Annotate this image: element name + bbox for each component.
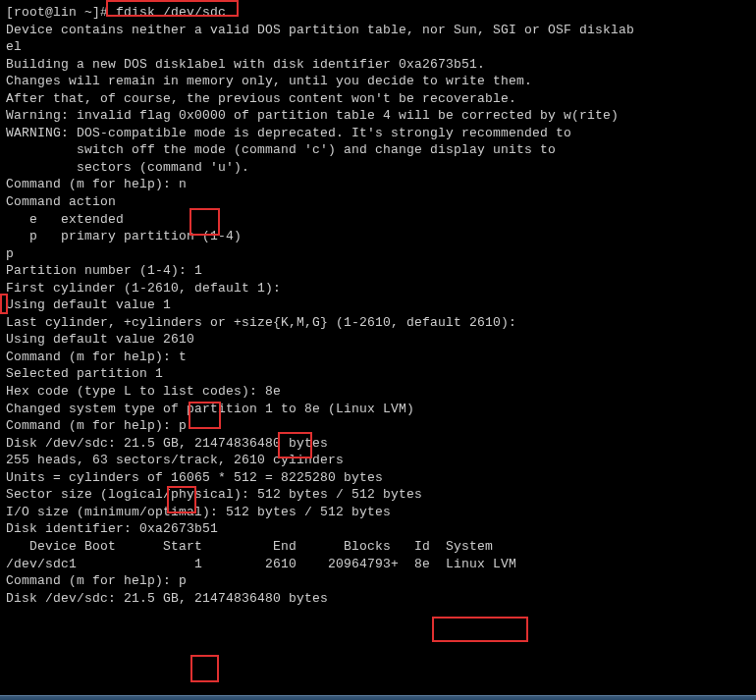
output-line: Using default value 1 bbox=[6, 296, 750, 314]
shell-prompt: [root@lin ~]# bbox=[6, 5, 116, 20]
cmd-prompt-line: Command (m for help): p bbox=[6, 417, 750, 435]
fdisk-prompt: Command (m for help): bbox=[6, 418, 179, 433]
table-row: /dev/sdc1 1 2610 20964793+ 8e Linux LVM bbox=[6, 556, 750, 573]
output-line: Last cylinder, +cylinders or +size{K,M,G… bbox=[6, 314, 750, 332]
output-line: Disk identifier: 0xa2673b51 bbox=[6, 520, 750, 538]
output-line: switch off the mode (command 'c') and ch… bbox=[6, 141, 750, 159]
user-input-p: p bbox=[6, 245, 750, 263]
output-line: I/O size (minimum/optimal): 512 bytes / … bbox=[6, 504, 750, 521]
output-line: Units = cylinders of 16065 * 512 = 82252… bbox=[6, 469, 750, 487]
hex-prompt-line: Hex code (type L to list codes): 8e bbox=[6, 383, 750, 401]
output-line: 255 heads, 63 sectors/track, 2610 cylind… bbox=[6, 452, 750, 469]
terminal-output[interactable]: [root@lin ~]# fdisk /dev/sdc Device cont… bbox=[6, 4, 750, 607]
output-line: After that, of course, the previous cont… bbox=[6, 90, 750, 108]
output-line: Building a new DOS disklabel with disk i… bbox=[6, 56, 750, 74]
output-line: Changed system type of partition 1 to 8e… bbox=[6, 401, 750, 418]
output-line: WARNING: DOS-compatible mode is deprecat… bbox=[6, 125, 750, 142]
output-line: sectors (command 'u'). bbox=[6, 159, 750, 177]
command-input: fdisk /dev/sdc bbox=[116, 5, 226, 20]
output-line: Partition number (1-4): 1 bbox=[6, 262, 750, 280]
output-line: First cylinder (1-2610, default 1): bbox=[6, 280, 750, 297]
output-line: Warning: invalid flag 0x0000 of partitio… bbox=[6, 107, 750, 125]
user-input-p: p bbox=[179, 418, 187, 433]
fdisk-prompt: Command (m for help): bbox=[6, 573, 179, 588]
output-line: Disk /dev/sdc: 21.5 GB, 21474836480 byte… bbox=[6, 435, 750, 453]
prompt-line: [root@lin ~]# fdisk /dev/sdc bbox=[6, 4, 750, 22]
cmd-prompt-line: Command (m for help): n bbox=[6, 176, 750, 193]
output-line: Selected partition 1 bbox=[6, 365, 750, 383]
highlight-input-p3 bbox=[190, 655, 219, 682]
output-line: Sector size (logical/physical): 512 byte… bbox=[6, 486, 750, 504]
output-line: el bbox=[6, 38, 750, 56]
user-input-n: n bbox=[179, 177, 187, 191]
output-line: e extended bbox=[6, 211, 750, 229]
user-input-p: p bbox=[179, 573, 187, 588]
output-line: Command action bbox=[6, 193, 750, 211]
fdisk-prompt: Command (m for help): bbox=[6, 350, 179, 364]
highlight-linux-lvm bbox=[432, 617, 528, 642]
output-line: p primary partition (1-4) bbox=[6, 228, 750, 245]
table-header: Device Boot Start End Blocks Id System bbox=[6, 538, 750, 556]
fdisk-prompt: Command (m for help): bbox=[6, 177, 179, 191]
user-input-8e: 8e bbox=[265, 384, 281, 399]
cmd-prompt-line: Command (m for help): t bbox=[6, 349, 750, 366]
output-line: Using default value 2610 bbox=[6, 331, 750, 349]
output-line: Disk /dev/sdc: 21.5 GB, 21474836480 byte… bbox=[6, 590, 750, 608]
hex-prompt: Hex code (type L to list codes): bbox=[6, 384, 265, 399]
user-input-t: t bbox=[179, 350, 187, 364]
output-line: Changes will remain in memory only, unti… bbox=[6, 73, 750, 90]
output-line: Device contains neither a valid DOS part… bbox=[6, 22, 750, 39]
cmd-prompt-line: Command (m for help): p bbox=[6, 572, 750, 590]
taskbar[interactable] bbox=[0, 695, 756, 700]
